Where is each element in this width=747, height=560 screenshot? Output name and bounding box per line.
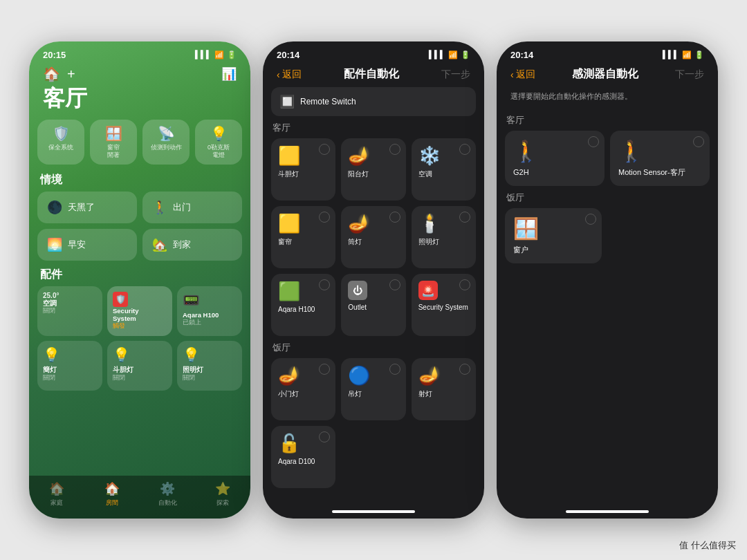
light-label: 0勒克斯電燈 — [208, 144, 230, 159]
security-quick-btn[interactable]: 🛡️ 保全系统 — [37, 120, 84, 165]
time-3: 20:14 — [510, 50, 533, 60]
security-acc-icon: 🛡️ — [113, 292, 128, 307]
night-icon: 🌑 — [47, 200, 62, 215]
dining-extra-row: 🔓 Aqara D100 — [271, 426, 476, 488]
tab-auto-icon: ⚙️ — [160, 481, 175, 496]
phone3-screen: 20:14 ▍▍▍ 📶 🔋 ‹ 返回 感測器自動化 下一步 選擇要開始此自動化操… — [497, 41, 718, 519]
scene-night[interactable]: 🌑 天黑了 — [37, 192, 137, 223]
door-lamp-icon: 🪔 — [278, 365, 300, 386]
tab-room[interactable]: 🏠 房間 — [84, 481, 140, 507]
radio-outlet[interactable] — [389, 279, 400, 290]
add-icon[interactable]: + — [67, 66, 75, 82]
acc-aqara-h100[interactable]: 📟 Aqara H100 已鎖上 — [177, 286, 242, 337]
next-btn-2[interactable]: 下一步 — [441, 68, 470, 81]
radio-tong-lamp[interactable] — [389, 212, 400, 223]
watermark: 值 什么值得买 — [679, 539, 736, 552]
device-pendant-lamp[interactable]: 🔵 吊灯 — [341, 358, 405, 420]
motion-sensor-name: Motion Sensor-客厅 — [618, 167, 685, 177]
acc-security[interactable]: 🛡️ SecuritySystem 觸發 — [107, 286, 172, 337]
tab-explore-icon: ⭐ — [215, 481, 230, 496]
remote-switch-label: Remote Switch — [300, 97, 356, 106]
device-security-2[interactable]: 🚨 Security System — [412, 274, 476, 336]
radio-curtain[interactable] — [319, 212, 330, 223]
sensor-g2h[interactable]: 🚶 G2H — [505, 131, 605, 186]
tab-explore[interactable]: ⭐ 探索 — [195, 481, 250, 507]
time-1: 20:15 — [43, 50, 66, 60]
radio-pendant-lamp[interactable] — [389, 364, 400, 375]
radio-window[interactable] — [585, 214, 596, 225]
pendant-lamp-name: 吊灯 — [348, 389, 362, 398]
tab-automation[interactable]: ⚙️ 自動化 — [140, 481, 195, 507]
sensor-description: 選擇要開始此自動化操作的感測器。 — [497, 87, 718, 109]
jian-lamp-name: 簡灯 — [43, 366, 57, 373]
device-dou-lamp[interactable]: 🟨 斗胆灯 — [271, 138, 335, 200]
aqara-h100-name-2: Aqara H100 — [278, 305, 315, 314]
device-outlet[interactable]: ⏻ Outlet — [341, 274, 405, 336]
acc-zhao-lamp[interactable]: 💡 照明灯 關閉 — [177, 341, 242, 391]
device-spot-lamp[interactable]: 🪔 射灯 — [412, 358, 476, 420]
phone1-screen: 20:15 ▍▍▍ 📶 🔋 🏠 + 📊 客厅 🛡️ 保全系统 — [29, 41, 250, 519]
room-label-dining: 饭厅 — [273, 342, 476, 354]
sound-wave-icon[interactable]: 📊 — [221, 66, 237, 82]
security-quick-icon: 🛡️ — [53, 125, 70, 142]
signal-icon: ▍▍▍ — [195, 50, 212, 59]
sensor-motion[interactable]: 🚶 Motion Sensor-客厅 — [610, 131, 710, 186]
wifi-icon-3: 📶 — [682, 50, 692, 59]
light-quick-btn[interactable]: 💡 0勒克斯電燈 — [195, 120, 242, 165]
radio-security[interactable] — [459, 279, 470, 290]
remote-switch-card[interactable]: 🔲 Remote Switch — [271, 87, 476, 116]
scene-grid: 🌑 天黑了 🚶 出门 🌅 早安 🏡 到家 — [37, 192, 242, 261]
radio-dou-lamp[interactable] — [319, 144, 330, 155]
night-label: 天黑了 — [68, 201, 95, 214]
next-btn-3[interactable]: 下一步 — [675, 68, 704, 81]
scene-home[interactable]: 🏡 到家 — [142, 229, 242, 261]
balcony-lamp-name: 阳台灯 — [348, 169, 369, 178]
radio-aqara-d100[interactable] — [319, 431, 330, 442]
acc-jian-lamp[interactable]: 💡 簡灯 關閉 — [37, 341, 102, 391]
radio-ac[interactable] — [459, 144, 470, 155]
device-aqara-h100-2[interactable]: 🟩 Aqara H100 — [271, 274, 335, 336]
home-icon[interactable]: 🏠 — [43, 66, 60, 82]
g2h-icon: 🚶 — [513, 139, 539, 163]
radio-aqara-h100[interactable] — [319, 279, 330, 290]
device-curtain[interactable]: 🟨 窗帘 — [271, 206, 335, 268]
sensor-window[interactable]: 🪟 窗户 — [505, 208, 602, 263]
scene-leave[interactable]: 🚶 出门 — [142, 192, 242, 223]
dou-lamp-status: 關閉 — [113, 374, 125, 382]
morning-icon: 🌅 — [47, 237, 62, 252]
curtain-icon: 🪟 — [105, 125, 122, 142]
nav-2: ‹ 返回 配件自動化 下一步 — [263, 63, 484, 87]
radio-g2h[interactable] — [588, 136, 599, 147]
device-balcony-lamp[interactable]: 🪔 阳台灯 — [341, 138, 405, 200]
motion-quick-btn[interactable]: 📡 侦测到动作 — [142, 120, 190, 165]
radio-spot-lamp[interactable] — [459, 364, 470, 375]
sensor-room-living: 客厅 — [506, 114, 710, 127]
tab-home-icon: 🏠 — [49, 481, 64, 496]
leave-label: 出门 — [173, 201, 191, 214]
acc-ac[interactable]: 25.0° 空調 關閉 — [37, 286, 102, 337]
radio-motion[interactable] — [693, 136, 704, 147]
device-zhao-lamp-2[interactable]: 🕯️ 照明灯 — [412, 206, 476, 268]
security-acc-name: SecuritySystem — [113, 307, 139, 323]
device-aqara-d100[interactable]: 🔓 Aqara D100 — [271, 426, 335, 488]
bottom-tabs-1: 🏠 家庭 🏠 房間 ⚙️ 自動化 ⭐ 探索 — [29, 476, 250, 519]
device-door-lamp[interactable]: 🪔 小门灯 — [271, 358, 335, 420]
pendant-lamp-icon: 🔵 — [348, 365, 370, 386]
device-ac-2[interactable]: ❄️ 空调 — [412, 138, 476, 200]
device-tong-lamp[interactable]: 🪔 筒灯 — [341, 206, 405, 268]
tab-room-label: 房間 — [106, 498, 118, 507]
back-btn-2[interactable]: ‹ 返回 — [277, 68, 302, 81]
radio-door-lamp[interactable] — [319, 364, 330, 375]
status-icons-3: ▍▍▍ 📶 🔋 — [663, 50, 704, 59]
curtain-quick-btn[interactable]: 🪟 窗帘閒著 — [90, 120, 137, 165]
radio-balcony-lamp[interactable] — [389, 144, 400, 155]
acc-dou-lamp[interactable]: 💡 斗胆灯 關閉 — [107, 341, 172, 391]
scene-morning[interactable]: 🌅 早安 — [37, 229, 137, 261]
balcony-lamp-icon: 🪔 — [348, 145, 370, 167]
dou-lamp-icon-2: 🟨 — [278, 145, 300, 167]
motion-label: 侦测到动作 — [151, 144, 182, 151]
status-bar-3: 20:14 ▍▍▍ 📶 🔋 — [497, 41, 718, 63]
tab-home[interactable]: 🏠 家庭 — [29, 481, 84, 507]
back-btn-3[interactable]: ‹ 返回 — [510, 68, 535, 81]
radio-zhao-lamp[interactable] — [459, 212, 470, 223]
